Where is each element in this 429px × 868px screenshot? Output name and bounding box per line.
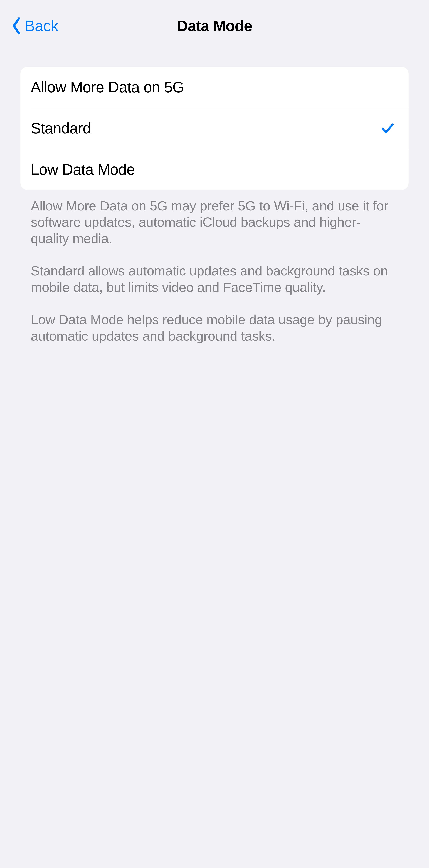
nav-header: Back Data Mode (0, 0, 429, 52)
page-title: Data Mode (177, 17, 252, 35)
back-button[interactable]: Back (12, 17, 58, 35)
checkmark-icon (381, 121, 395, 135)
option-label: Low Data Mode (31, 161, 135, 179)
option-standard[interactable]: Standard (31, 107, 409, 149)
footer-description: Allow More Data on 5G may prefer 5G to W… (20, 198, 409, 344)
footer-p2: Standard allows automatic updates and ba… (31, 263, 398, 296)
footer-p1: Allow More Data on 5G may prefer 5G to W… (31, 198, 398, 247)
options-list: Allow More Data on 5G Standard Low Data … (20, 67, 409, 190)
back-label: Back (25, 17, 58, 35)
chevron-left-icon (12, 17, 22, 35)
option-label: Allow More Data on 5G (31, 78, 184, 96)
option-label: Standard (31, 119, 91, 137)
option-allow-more-data-5g[interactable]: Allow More Data on 5G (20, 67, 409, 107)
footer-p3: Low Data Mode helps reduce mobile data u… (31, 312, 398, 344)
option-low-data-mode[interactable]: Low Data Mode (31, 149, 409, 190)
